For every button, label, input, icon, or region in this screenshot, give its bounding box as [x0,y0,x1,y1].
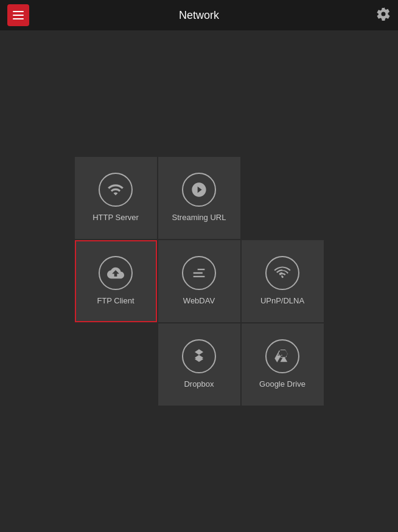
google-drive-icon [265,339,299,373]
top-bar: Network [0,0,398,30]
page-title: Network [179,9,219,22]
grid-item-streaming-url[interactable]: Streaming URL [158,157,240,239]
grid-item-ftp-client[interactable]: FTP Client [75,240,157,322]
dropbox-label: Dropbox [184,379,214,390]
ftp-client-label: FTP Client [97,296,134,306]
streaming-url-label: Streaming URL [172,213,226,223]
ftp-client-icon [99,256,133,290]
streaming-url-icon [182,173,216,207]
grid-item-empty-2 [75,323,157,406]
network-grid: HTTP Server Streaming URL FTP Client [75,157,324,406]
menu-button[interactable] [7,4,29,26]
grid-item-http-server[interactable]: HTTP Server [75,157,157,239]
dropbox-icon [182,339,216,373]
grid-item-upnp-dlna[interactable]: UPnP/DLNA [242,240,324,322]
grid-item-empty-1 [242,157,324,239]
google-drive-label: Google Drive [259,379,305,390]
grid-item-dropbox[interactable]: Dropbox [158,323,240,406]
settings-button[interactable] [376,7,391,24]
upnp-dlna-label: UPnP/DLNA [260,296,304,306]
http-server-label: HTTP Server [93,213,139,223]
upnp-dlna-icon [265,256,299,290]
content-area: HTTP Server Streaming URL FTP Client [0,30,398,532]
grid-item-webdav[interactable]: WebDAV [158,240,240,322]
grid-item-google-drive[interactable]: Google Drive [242,323,324,406]
http-server-icon [99,173,133,207]
webdav-icon [182,256,216,290]
webdav-label: WebDAV [183,296,215,306]
